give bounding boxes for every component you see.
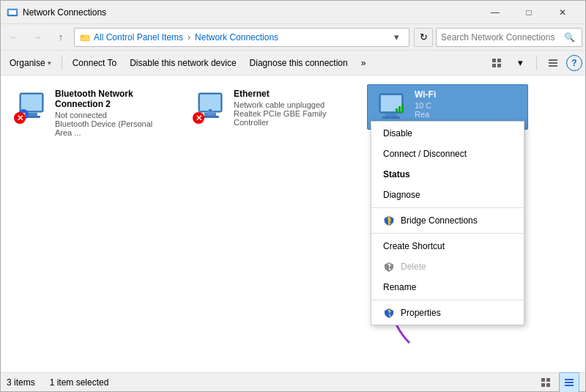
svg-rect-9 — [549, 59, 557, 61]
ctx-bridge[interactable]: Bridge Connections — [371, 210, 524, 231]
item-selected: 1 item selected — [50, 377, 109, 388]
organise-button[interactable]: Organise ▾ — [4, 53, 57, 73]
svg-rect-19 — [200, 95, 220, 111]
window-title: Network Connections — [23, 7, 478, 18]
organise-chevron: ▾ — [48, 59, 51, 67]
address-bar: ← → ↑ All Control Panel Items › Network … — [1, 24, 585, 51]
svg-rect-13 — [21, 95, 42, 111]
bluetooth-info: Bluetooth Network Connection 2 Not conne… — [55, 89, 166, 137]
ethernet-name: Ethernet — [234, 89, 345, 99]
ctx-divider-1 — [371, 207, 524, 208]
ctx-connect-label: Connect / Disconnect — [383, 149, 467, 159]
up-button[interactable]: ↑ — [51, 27, 71, 48]
toolbar-separator-1 — [62, 56, 62, 70]
minimize-button[interactable]: — — [478, 1, 512, 24]
view-icons-button[interactable] — [543, 53, 563, 73]
ctx-properties-label: Properties — [401, 308, 441, 318]
ctx-rename-label: Rename — [383, 282, 416, 292]
bluetooth-icon-wrap: B ✕ — [14, 89, 49, 124]
ctx-bridge-label: Bridge Connections — [401, 215, 478, 226]
title-bar: Network Connections — □ ✕ — [1, 1, 585, 24]
ctx-properties-shield — [383, 307, 395, 319]
ctx-diagnose[interactable]: Diagnose — [371, 185, 524, 205]
ctx-connect-disconnect[interactable]: Connect / Disconnect — [371, 144, 524, 164]
svg-rect-5 — [492, 59, 496, 62]
network-item-ethernet[interactable]: ✕ Ethernet Network cable unplugged Realt… — [188, 84, 349, 131]
connect-to-button[interactable]: Connect To — [67, 53, 123, 73]
search-input[interactable] — [441, 32, 564, 42]
diagnose-button[interactable]: Diagnose this connection — [244, 53, 354, 73]
status-view-detail[interactable] — [559, 372, 579, 393]
ethernet-error-badge: ✕ — [193, 112, 204, 124]
ethernet-icon-wrap: ✕ — [193, 89, 228, 124]
path-icon — [79, 32, 91, 43]
ctx-disable-label: Disable — [383, 128, 412, 138]
maximize-button[interactable]: □ — [512, 1, 546, 24]
more-button[interactable]: » — [355, 53, 372, 73]
svg-rect-8 — [497, 64, 501, 67]
svg-rect-7 — [492, 64, 496, 67]
svg-rect-26 — [385, 114, 397, 117]
svg-rect-11 — [549, 65, 557, 67]
ethernet-device: Realtek PCIe GBE Family Controller — [234, 109, 345, 127]
breadcrumb-network[interactable]: Network Connections — [195, 32, 278, 42]
ctx-rename[interactable]: Rename — [371, 277, 524, 297]
svg-rect-44 — [565, 385, 574, 386]
view-dropdown-button[interactable]: ▾ — [510, 53, 530, 73]
svg-rect-25 — [381, 95, 401, 111]
ethernet-info: Ethernet Network cable unplugged Realtek… — [234, 89, 345, 127]
ctx-divider-2 — [371, 233, 524, 234]
ctx-delete: Delete — [371, 256, 524, 277]
item-count: 3 items — [7, 377, 35, 388]
toolbar-right: ▾ ? — [486, 53, 582, 73]
svg-rect-38 — [541, 378, 545, 382]
ctx-create-shortcut[interactable]: Create Shortcut — [371, 236, 524, 256]
ctx-delete-shield — [383, 261, 395, 273]
breadcrumb-all-items[interactable]: All Control Panel Items — [94, 32, 183, 42]
view-list-button[interactable] — [486, 53, 507, 73]
wifi-info: Wi-Fi 10 C Rea — [415, 89, 522, 119]
svg-rect-27 — [382, 117, 400, 119]
search-icon: 🔍 — [564, 32, 577, 42]
ctx-status[interactable]: Status — [371, 164, 524, 185]
bluetooth-name: Bluetooth Network Connection 2 — [55, 89, 166, 109]
ctx-delete-label: Delete — [401, 262, 426, 272]
ctx-diagnose-label: Diagnose — [383, 190, 420, 200]
disable-button[interactable]: Disable this network device — [124, 53, 242, 73]
address-path: All Control Panel Items › Network Connec… — [74, 28, 409, 47]
svg-rect-30 — [401, 104, 404, 113]
breadcrumb: All Control Panel Items › Network Connec… — [94, 32, 388, 42]
wifi-name: Wi-Fi — [415, 89, 522, 100]
main-content: B ✕ Bluetooth Network Connection 2 Not c… — [1, 75, 585, 372]
path-dropdown-button[interactable]: ▾ — [388, 28, 404, 47]
bluetooth-error-badge: ✕ — [14, 112, 26, 124]
svg-rect-41 — [546, 383, 550, 387]
wifi-status: 10 C — [415, 101, 522, 110]
forward-button[interactable]: → — [27, 27, 48, 48]
close-button[interactable]: ✕ — [546, 1, 579, 24]
status-bar: 3 items 1 item selected — [1, 372, 585, 391]
svg-rect-6 — [497, 59, 501, 62]
ctx-properties[interactable]: Properties — [371, 303, 524, 323]
help-button[interactable]: ? — [566, 55, 582, 71]
back-button[interactable]: ← — [4, 27, 24, 48]
refresh-button[interactable]: ↻ — [414, 28, 433, 47]
status-bar-right — [535, 372, 579, 393]
ctx-create-shortcut-label: Create Shortcut — [383, 241, 445, 251]
ctx-divider-3 — [371, 300, 524, 300]
wifi-device: Rea — [415, 110, 522, 119]
svg-rect-2 — [7, 15, 18, 16]
status-view-list[interactable] — [535, 372, 556, 393]
svg-rect-39 — [546, 378, 550, 382]
svg-rect-29 — [398, 106, 401, 113]
window-controls: — □ ✕ — [478, 1, 579, 24]
svg-rect-40 — [541, 383, 545, 387]
bluetooth-device: Bluetooth Device (Personal Area ... — [55, 119, 166, 137]
window-icon — [7, 7, 18, 18]
context-menu: Disable Connect / Disconnect Status Diag… — [371, 121, 524, 325]
wifi-icon-wrap — [374, 89, 409, 125]
network-item-bluetooth[interactable]: B ✕ Bluetooth Network Connection 2 Not c… — [10, 84, 171, 141]
svg-rect-23 — [209, 109, 212, 111]
ctx-disable[interactable]: Disable — [371, 123, 524, 144]
search-box: 🔍 — [436, 28, 582, 47]
